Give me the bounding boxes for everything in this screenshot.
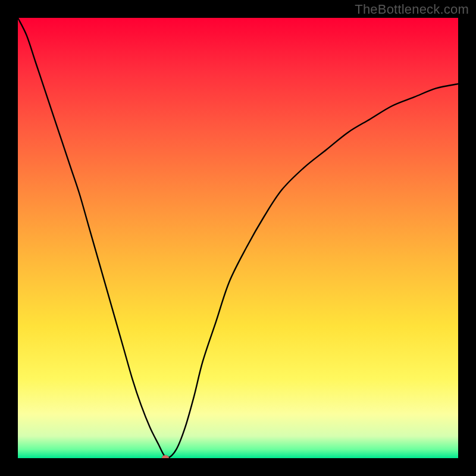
bottleneck-curve	[18, 18, 458, 458]
minimum-marker-dot	[162, 455, 169, 458]
chart-frame: TheBottleneck.com	[0, 0, 476, 476]
watermark-text: TheBottleneck.com	[355, 2, 469, 17]
plot-area	[18, 18, 458, 458]
